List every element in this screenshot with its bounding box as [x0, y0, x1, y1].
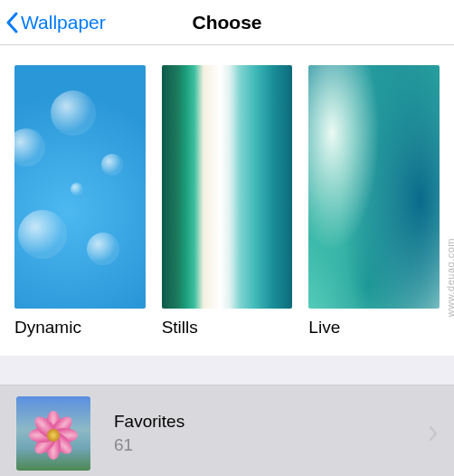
back-button[interactable]: Wallpaper	[5, 12, 106, 33]
album-count: 61	[114, 435, 405, 455]
album-thumbnail	[16, 396, 90, 471]
flower-icon	[24, 406, 82, 464]
wallpaper-category-label: Live	[308, 318, 440, 338]
wallpaper-category-label: Stills	[162, 318, 293, 338]
dynamic-thumbnail	[14, 65, 146, 309]
album-text: Favorites 61	[114, 412, 405, 455]
wallpaper-category-label: Dynamic	[14, 318, 146, 338]
wallpaper-category-stills[interactable]: Stills	[162, 65, 293, 338]
chevron-left-icon	[5, 12, 18, 33]
watermark: www.deuag.com	[445, 238, 454, 317]
album-row-favorites[interactable]: Favorites 61	[0, 385, 454, 476]
wallpaper-category-dynamic[interactable]: Dynamic	[14, 65, 146, 338]
album-name: Favorites	[114, 412, 405, 432]
stills-thumbnail	[162, 65, 293, 309]
wallpaper-category-section: Dynamic Stills Live	[0, 45, 454, 356]
chevron-right-icon	[429, 425, 438, 442]
section-divider	[0, 356, 454, 385]
back-label: Wallpaper	[21, 13, 106, 32]
wallpaper-category-live[interactable]: Live	[308, 65, 440, 338]
page-title: Choose	[192, 12, 261, 33]
live-thumbnail	[308, 65, 440, 309]
navigation-bar: Wallpaper Choose	[0, 0, 454, 45]
